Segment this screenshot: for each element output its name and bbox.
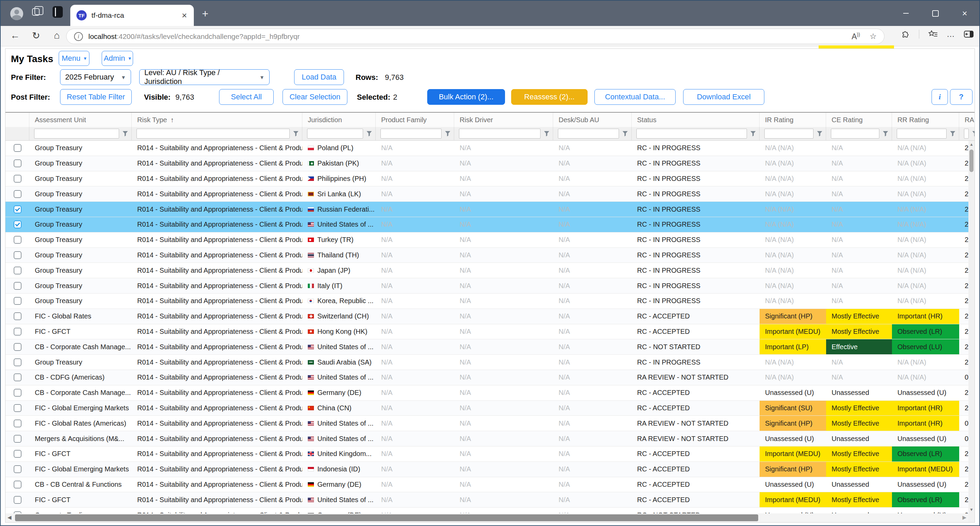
vertical-scrollbar[interactable]: ▲ ▼ bbox=[969, 140, 975, 513]
row-checkbox[interactable] bbox=[14, 297, 22, 305]
row-checkbox[interactable] bbox=[14, 496, 22, 504]
column-header-desk-sub-au[interactable]: Desk/Sub AU bbox=[553, 113, 632, 127]
column-header-rr-rating[interactable]: RR Rating bbox=[892, 113, 959, 127]
filter-funnel-icon[interactable] bbox=[445, 131, 450, 137]
table-row[interactable]: Group TreasuryR014 - Suitability and App… bbox=[5, 355, 975, 370]
sidebar-toggle-icon[interactable] bbox=[964, 30, 974, 38]
column-header-ra-l[interactable]: RA L bbox=[959, 113, 975, 127]
filter-funnel-icon[interactable] bbox=[622, 131, 628, 137]
row-checkbox[interactable] bbox=[14, 220, 22, 228]
address-bar[interactable]: i localhost:4200/#/tasks/level/checkandc… bbox=[66, 29, 885, 44]
row-checkbox[interactable] bbox=[14, 481, 22, 488]
bulk-action-button[interactable]: Bulk Action (2)... bbox=[427, 89, 505, 105]
clear-selection-button[interactable]: Clear Selection bbox=[283, 89, 347, 105]
row-checkbox[interactable] bbox=[14, 435, 22, 443]
reassess-button[interactable]: Reassess (2)... bbox=[511, 89, 588, 105]
info-button[interactable]: i bbox=[932, 89, 948, 105]
row-checkbox[interactable] bbox=[14, 450, 22, 458]
row-checkbox[interactable] bbox=[14, 282, 22, 290]
table-row[interactable]: Group TreasuryR014 - Suitability and App… bbox=[5, 217, 975, 233]
table-row[interactable]: FIC - Global RatesR014 - Suitability and… bbox=[5, 309, 975, 324]
column-header-status[interactable]: Status bbox=[632, 113, 760, 127]
level-select[interactable]: Level: AU / Risk Type / Jurisdiction▼ bbox=[139, 69, 270, 85]
select-all-button[interactable]: Select All bbox=[219, 89, 274, 105]
horizontal-scroll-thumb[interactable] bbox=[15, 515, 758, 521]
scroll-down-icon[interactable]: ▼ bbox=[969, 507, 975, 512]
scroll-left-icon[interactable]: ◀ bbox=[8, 515, 11, 521]
filter-input-risk-driver[interactable] bbox=[459, 129, 541, 139]
row-checkbox[interactable] bbox=[14, 465, 22, 473]
row-checkbox[interactable] bbox=[14, 206, 22, 214]
row-checkbox[interactable] bbox=[14, 328, 22, 336]
row-checkbox[interactable] bbox=[14, 144, 22, 152]
download-excel-button[interactable]: Download Excel bbox=[683, 89, 764, 105]
new-tab-icon[interactable]: + bbox=[202, 8, 208, 19]
column-header-risk-type[interactable]: Risk Type↑ bbox=[132, 113, 302, 127]
table-row[interactable]: FIC - GFCTR014 - Suitability and Appropr… bbox=[5, 446, 975, 462]
bookmark-star-icon[interactable]: ☆ bbox=[869, 32, 877, 41]
tab-close-icon[interactable]: × bbox=[181, 11, 188, 20]
workspaces-icon[interactable] bbox=[32, 8, 40, 16]
horizontal-scrollbar[interactable]: ◀ ▶ bbox=[5, 513, 969, 522]
table-row[interactable]: FIC - Global Emerging MarketsR014 - Suit… bbox=[5, 462, 975, 477]
close-icon[interactable]: × bbox=[950, 1, 979, 26]
admin-button[interactable]: Admin▾ bbox=[102, 51, 133, 66]
profile-avatar-icon[interactable] bbox=[10, 7, 23, 20]
filter-input-risk-type[interactable] bbox=[137, 129, 290, 139]
table-row[interactable]: FIC - GFCTR014 - Suitability and Appropr… bbox=[5, 324, 975, 340]
row-checkbox[interactable] bbox=[14, 404, 22, 412]
filter-input-ra-l[interactable] bbox=[964, 129, 969, 139]
table-row[interactable]: Group TreasuryR014 - Suitability and App… bbox=[5, 171, 975, 187]
row-checkbox[interactable] bbox=[14, 251, 22, 259]
row-checkbox[interactable] bbox=[14, 236, 22, 244]
row-checkbox[interactable] bbox=[14, 389, 22, 397]
column-header-jurisdiction[interactable]: Jurisdiction bbox=[302, 113, 376, 127]
table-row[interactable]: Group TreasuryR014 - Suitability and App… bbox=[5, 202, 975, 217]
filter-input-desk-sub-au[interactable] bbox=[558, 129, 619, 139]
table-row[interactable]: Group TreasuryR014 - Suitability and App… bbox=[5, 248, 975, 263]
filter-funnel-icon[interactable] bbox=[293, 131, 299, 137]
table-row[interactable]: Group TreasuryR014 - Suitability and App… bbox=[5, 186, 975, 202]
filter-input-product-family[interactable] bbox=[380, 129, 442, 139]
table-row[interactable]: FIC - GFCTR014 - Suitability and Appropr… bbox=[5, 492, 975, 508]
filter-input-rr-rating[interactable] bbox=[897, 129, 947, 139]
column-header-risk-driver[interactable]: Risk Driver bbox=[454, 113, 553, 127]
filter-funnel-icon[interactable] bbox=[123, 131, 128, 137]
table-row[interactable]: Group TreasuryR014 - Suitability and App… bbox=[5, 140, 975, 156]
tab-panel-icon[interactable] bbox=[52, 6, 63, 18]
scroll-right-icon[interactable]: ▶ bbox=[962, 515, 966, 521]
favorites-icon[interactable] bbox=[928, 30, 938, 38]
contextual-data-button[interactable]: Contextual Data... bbox=[594, 89, 676, 105]
vertical-scroll-thumb[interactable] bbox=[969, 150, 974, 172]
row-checkbox[interactable] bbox=[14, 190, 22, 198]
table-row[interactable]: CB - CDFG (Americas)R014 - Suitability a… bbox=[5, 370, 975, 386]
minimize-icon[interactable] bbox=[891, 1, 921, 26]
browser-tab[interactable]: TF tf-dma-rca × bbox=[70, 5, 194, 26]
filter-funnel-icon[interactable] bbox=[950, 131, 955, 137]
column-header-ce-rating[interactable]: CE Rating bbox=[826, 113, 892, 127]
row-checkbox[interactable] bbox=[14, 359, 22, 366]
filter-funnel-icon[interactable] bbox=[817, 131, 822, 137]
row-checkbox[interactable] bbox=[14, 343, 22, 351]
table-row[interactable]: CB - Corporate Cash Manage...R014 - Suit… bbox=[5, 339, 975, 355]
table-row[interactable]: Mergers & Acquisitions (M&...R014 - Suit… bbox=[5, 431, 975, 446]
filter-funnel-icon[interactable] bbox=[972, 131, 975, 137]
table-row[interactable]: Group TreasuryR014 - Suitability and App… bbox=[5, 293, 975, 309]
filter-input-ir-rating[interactable] bbox=[764, 129, 813, 139]
table-row[interactable]: CB - CB Central & FunctionsR014 - Suitab… bbox=[5, 477, 975, 493]
table-row[interactable]: Group TreasuryR014 - Suitability and App… bbox=[5, 233, 975, 248]
filter-funnel-icon[interactable] bbox=[366, 131, 372, 137]
row-checkbox[interactable] bbox=[14, 266, 22, 274]
read-aloud-icon[interactable]: A)) bbox=[852, 32, 860, 41]
reset-table-filter-button[interactable]: Reset Table Filter bbox=[60, 89, 132, 105]
table-row[interactable]: Group TreasuryR014 - Suitability and App… bbox=[5, 263, 975, 278]
filter-funnel-icon[interactable] bbox=[544, 131, 549, 137]
table-row[interactable]: FIC - Global Rates (Americas)R014 - Suit… bbox=[5, 416, 975, 431]
column-header-assessment-unit[interactable]: Assessment Unit bbox=[29, 113, 132, 127]
table-row[interactable]: CB - Corporate Cash Manage...R014 - Suit… bbox=[5, 386, 975, 401]
filter-input-ce-rating[interactable] bbox=[831, 129, 879, 139]
maximize-icon[interactable] bbox=[921, 1, 950, 26]
back-icon[interactable]: ← bbox=[10, 30, 20, 41]
table-row[interactable]: Group TreasuryR014 - Suitability and App… bbox=[5, 156, 975, 171]
table-row[interactable]: Group TreasuryR014 - Suitability and App… bbox=[5, 278, 975, 293]
